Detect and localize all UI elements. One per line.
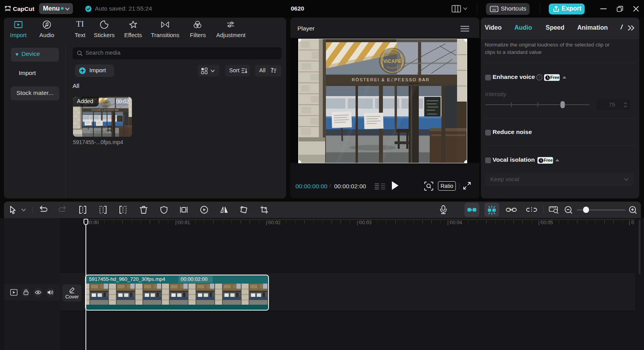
svg-text:?: ? xyxy=(538,75,540,79)
